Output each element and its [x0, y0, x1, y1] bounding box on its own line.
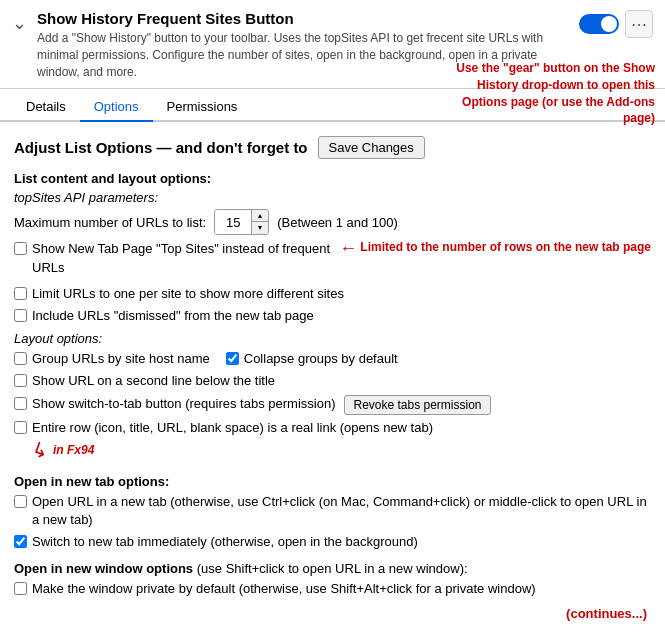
open-window-cb1[interactable]: [14, 582, 27, 595]
extension-header: ⌄ Show History Frequent Sites Button Add…: [0, 0, 665, 89]
spinner-buttons: ▴ ▾: [251, 210, 268, 234]
cb1-container: Show New Tab Page "Top Sites" instead of…: [14, 240, 333, 280]
arrow-left-icon: ←: [339, 238, 357, 259]
max-urls-row: Maximum number of URLs to list: ▴ ▾ (Bet…: [14, 209, 651, 235]
header-actions: ⋯: [579, 10, 653, 38]
max-urls-range: (Between 1 and 100): [277, 215, 398, 230]
lcb1-checkbox[interactable]: [14, 352, 27, 365]
lcb2-label: Collapse groups by default: [226, 350, 398, 368]
open-tab-cb1[interactable]: [14, 495, 27, 508]
layout-row-1-2: Group URLs by site host name Collapse gr…: [14, 350, 651, 368]
lcb5-label: Entire row (icon, title, URL, blank spac…: [14, 419, 651, 437]
topsites-label: topSites API parameters:: [14, 190, 651, 205]
open-window-cb1-text: Make the window private by default (othe…: [32, 580, 536, 598]
open-tab-cb1-label: Open URL in a new tab (otherwise, use Ct…: [14, 493, 651, 529]
list-content-title: List content and layout options:: [14, 171, 651, 186]
max-urls-label: Maximum number of URLs to list:: [14, 215, 206, 230]
open-tab-title: Open in new tab options:: [14, 474, 651, 489]
checkbox-row-1: Show New Tab Page "Top Sites" instead of…: [14, 240, 651, 280]
tab-permissions[interactable]: Permissions: [153, 93, 252, 122]
open-tab-title-text: Open in new tab options: [14, 474, 165, 489]
fx94-note: in Fx94: [53, 443, 94, 457]
cb3-text: Include URLs "dismissed" from the new ta…: [32, 307, 314, 325]
chevron-down-icon: ⌄: [12, 12, 27, 34]
cb3-checkbox[interactable]: [14, 309, 27, 322]
max-urls-input-wrapper: ▴ ▾: [214, 209, 269, 235]
more-button[interactable]: ⋯: [625, 10, 653, 38]
open-tab-cb2[interactable]: [14, 535, 27, 548]
open-window-subtitle: (use Shift+click to open URL in a new wi…: [197, 561, 468, 576]
extension-title: Show History Frequent Sites Button: [37, 10, 569, 27]
open-window-section: Open in new window options (use Shift+cl…: [14, 561, 651, 598]
open-tab-cb2-label: Switch to new tab immediately (otherwise…: [14, 533, 651, 551]
lcb3-label: Show URL on a second line below the titl…: [14, 372, 651, 390]
limited-note: Limited to the number of rows on the new…: [360, 240, 651, 254]
cb2-text: Limit URLs to one per site to show more …: [32, 285, 344, 303]
section-heading: Adjust List Options — and don't forget t…: [14, 136, 651, 159]
lcb4-checkbox[interactable]: [14, 397, 27, 410]
open-window-title-bold: Open in new window options: [14, 561, 193, 576]
cb1-text: Show New Tab Page "Top Sites" instead of…: [32, 240, 333, 276]
spinner-down-button[interactable]: ▾: [252, 222, 268, 234]
open-window-cb1-label: Make the window private by default (othe…: [14, 580, 651, 598]
open-tab-title-colon: :: [165, 474, 169, 489]
fx94-note-row: ↳ in Fx94: [14, 438, 651, 462]
open-tab-cb1-text: Open URL in a new tab (otherwise, use Ct…: [32, 493, 651, 529]
lcb1-label: Group URLs by site host name: [14, 350, 210, 368]
open-tab-cb2-text: Switch to new tab immediately (otherwise…: [32, 533, 418, 551]
cb3-label: Include URLs "dismissed" from the new ta…: [14, 307, 651, 325]
lcb2-checkbox[interactable]: [226, 352, 239, 365]
cb2-label: Limit URLs to one per site to show more …: [14, 285, 651, 303]
limited-note-block: ← Limited to the number of rows on the n…: [339, 240, 651, 259]
cb1-label: Show New Tab Page "Top Sites" instead of…: [14, 240, 333, 276]
lcb5-text: Entire row (icon, title, URL, blank spac…: [32, 419, 433, 437]
open-tab-section: Open in new tab options: Open URL in a n…: [14, 474, 651, 552]
save-changes-button[interactable]: Save Changes: [318, 136, 425, 159]
spinner-up-button[interactable]: ▴: [252, 210, 268, 222]
options-content: Adjust List Options — and don't forget t…: [0, 122, 665, 631]
lcb1-text: Group URLs by site host name: [32, 350, 210, 368]
lcb3-checkbox[interactable]: [14, 374, 27, 387]
lcb3-text: Show URL on a second line below the titl…: [32, 372, 275, 390]
tab-details[interactable]: Details: [12, 93, 80, 122]
layout-options-label: Layout options:: [14, 331, 651, 346]
header-note: Use the "gear" button on the Show Histor…: [435, 60, 655, 127]
enable-toggle[interactable]: [579, 14, 619, 34]
cb2-checkbox[interactable]: [14, 287, 27, 300]
section-title-text: Adjust List Options — and don't forget t…: [14, 139, 308, 156]
arrow-curve-icon: ↳: [28, 436, 52, 464]
lcb5-checkbox[interactable]: [14, 421, 27, 434]
cb1-checkbox[interactable]: [14, 242, 27, 255]
open-window-title-row: Open in new window options (use Shift+cl…: [14, 561, 651, 576]
lcb4-text: Show switch-to-tab button (requires tabs…: [32, 395, 335, 413]
lcb5-container: Entire row (icon, title, URL, blank spac…: [14, 419, 651, 462]
lcb2-text: Collapse groups by default: [244, 350, 398, 368]
max-urls-input[interactable]: [215, 210, 251, 234]
tab-options[interactable]: Options: [80, 93, 153, 122]
lcb4-row: Show switch-to-tab button (requires tabs…: [14, 395, 651, 415]
revoke-tabs-button[interactable]: Revoke tabs permission: [344, 395, 490, 415]
continues-label: (continues...): [14, 606, 651, 621]
